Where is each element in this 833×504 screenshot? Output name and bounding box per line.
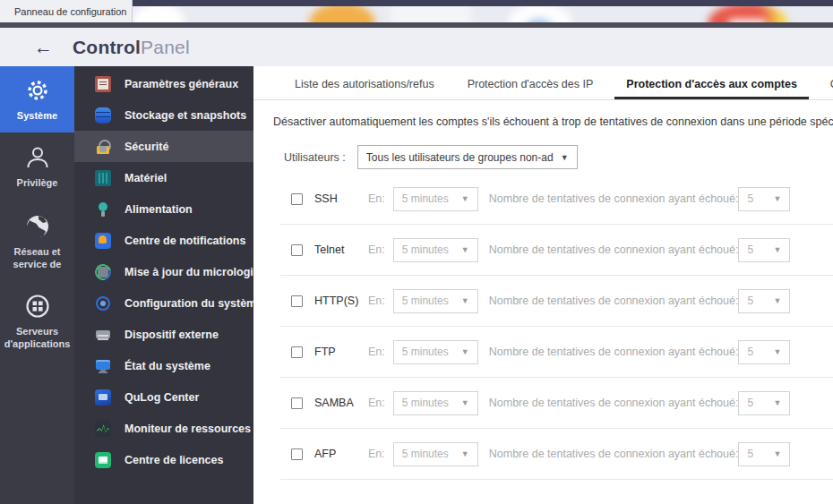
menu-item-qulog-center[interactable]: QuLog Center	[74, 381, 253, 413]
service-row-afp: AFP En: 5 minutes▼ Nombre de tentatives …	[280, 429, 833, 480]
service-name: AFP	[314, 448, 366, 460]
telnet-checkbox[interactable]	[291, 244, 303, 256]
en-label: En:	[368, 346, 385, 358]
menu-item-dispositif-externe[interactable]: Dispositif externe	[74, 319, 253, 350]
users-label: Utilisateurs :	[284, 151, 346, 164]
samba-checkbox[interactable]	[291, 397, 303, 409]
menu-item-securite[interactable]: Sécurité	[74, 131, 253, 162]
chevron-down-icon: ▼	[767, 296, 782, 305]
period-dropdown[interactable]: 5 minutes▼	[393, 391, 478, 415]
sidebar-item-reseau[interactable]: Réseau etservice de	[0, 201, 74, 283]
taskbar: Panneau de configuration	[0, 0, 833, 22]
main-content: Liste des autorisations/refus Protection…	[253, 66, 833, 504]
attempts-label: Nombre de tentatives de connexion ayant …	[489, 397, 739, 409]
chevron-down-icon: ▼	[454, 347, 469, 356]
period-dropdown[interactable]: 5 minutes▼	[393, 340, 478, 364]
service-row-ftp: FTP En: 5 minutes▼ Nombre de tentatives …	[280, 327, 833, 378]
service-row-telnet: Telnet En: 5 minutes▼ Nombre de tentativ…	[280, 225, 833, 276]
service-row-samba: SAMBA En: 5 minutes▼ Nombre de tentative…	[280, 378, 833, 429]
period-dropdown[interactable]: 5 minutes▼	[393, 289, 478, 313]
tab-protection-acces-ip[interactable]: Protection d'accès des IP	[468, 78, 594, 99]
attempts-label: Nombre de tentatives de connexion ayant …	[489, 192, 739, 205]
sidebar-item-serveurs[interactable]: Serveursd'applications	[0, 283, 74, 360]
sidebar-item-label: Réseau etservice de	[13, 246, 62, 271]
chevron-down-icon: ▼	[767, 449, 782, 458]
menu-item-configuration-systeme[interactable]: Configuration du système	[74, 287, 253, 319]
count-dropdown[interactable]: 5▼	[738, 187, 790, 211]
users-filter-row: Utilisateurs : Tous les utilisateurs de …	[253, 145, 833, 169]
hardware-icon	[95, 170, 111, 186]
chevron-down-icon: ▼	[454, 296, 469, 305]
menu-item-alimentation[interactable]: Alimentation	[74, 193, 253, 225]
clipboard-icon	[95, 76, 111, 92]
back-arrow-icon[interactable]: ←	[34, 38, 53, 56]
external-device-icon	[95, 327, 111, 343]
sidebar-item-privilege[interactable]: Privilège	[0, 132, 74, 201]
attempts-label: Nombre de tentatives de connexion ayant …	[489, 243, 739, 256]
chevron-down-icon: ▼	[767, 347, 782, 356]
chevron-down-icon: ▼	[454, 245, 469, 254]
count-dropdown[interactable]: 5▼	[738, 340, 790, 364]
count-dropdown[interactable]: 5▼	[738, 289, 790, 313]
tab-protection-acces-comptes[interactable]: Protection d'accès aux comptes	[626, 78, 797, 99]
menu-item-moniteur-ressources[interactable]: Moniteur de ressources	[74, 413, 253, 444]
https-checkbox[interactable]	[291, 295, 303, 307]
notification-icon	[95, 233, 111, 249]
menu-item-materiel[interactable]: Matériel	[74, 162, 253, 193]
power-icon	[95, 201, 111, 218]
ssh-checkbox[interactable]	[291, 193, 303, 205]
count-dropdown[interactable]: 5▼	[738, 238, 790, 262]
page-title-light: Panel	[141, 37, 190, 57]
en-label: En:	[368, 448, 385, 460]
tab-bar: Liste des autorisations/refus Protection…	[253, 66, 833, 100]
settings-menu: Paramètres généraux Stockage et snapshot…	[74, 66, 253, 504]
en-label: En:	[368, 397, 385, 409]
chevron-down-icon: ▼	[454, 194, 469, 203]
service-name: HTTP(S)	[314, 295, 366, 307]
firmware-update-icon	[95, 264, 111, 280]
taskbar-tab-label: Panneau de configuration	[14, 6, 126, 17]
chevron-down-icon: ▼	[767, 194, 782, 203]
storage-icon	[95, 107, 111, 124]
taskbar-tab-control-panel[interactable]: Panneau de configuration	[0, 0, 133, 22]
service-name: SSH	[314, 192, 366, 205]
period-dropdown[interactable]: 5 minutes▼	[393, 238, 478, 262]
globe-icon	[24, 213, 51, 240]
chevron-down-icon: ▼	[767, 245, 782, 254]
page-title: ControlPanel	[73, 37, 190, 58]
menu-item-parametres-generaux[interactable]: Paramètres généraux	[74, 68, 253, 99]
count-dropdown[interactable]: 5▼	[738, 442, 790, 466]
menu-item-stockage-snapshots[interactable]: Stockage et snapshots	[74, 99, 253, 131]
users-dropdown[interactable]: Tous les utilisateurs de groupes non-adm…	[357, 145, 578, 169]
description-text: Désactiver automatiquement les comptes s…	[253, 115, 833, 128]
tab-liste-autorisations-refus[interactable]: Liste des autorisations/refus	[295, 78, 434, 99]
menu-item-mise-a-jour-micrologiciel[interactable]: Mise à jour du micrologi...	[74, 256, 253, 287]
users-dropdown-value: Tous les utilisateurs de groupes non-adm	[366, 151, 554, 164]
attempts-label: Nombre de tentatives de connexion ayant …	[489, 448, 739, 460]
service-row-ssh: SSH En: 5 minutes▼ Nombre de tentatives …	[280, 174, 833, 225]
period-dropdown[interactable]: 5 minutes▼	[393, 442, 478, 466]
control-panel-window: Panneau de configuration ← ControlPanel …	[0, 0, 833, 504]
chevron-down-icon: ▼	[767, 398, 782, 407]
sidebar-item-systeme[interactable]: Système	[0, 66, 74, 132]
service-rows: SSH En: 5 minutes▼ Nombre de tentatives …	[280, 174, 833, 504]
resource-monitor-icon	[95, 421, 111, 437]
category-sidebar: Système Privilège Réseau etservice de Se…	[0, 66, 74, 504]
afp-checkbox[interactable]	[291, 448, 303, 460]
count-dropdown[interactable]: 5▼	[738, 391, 790, 415]
user-icon	[24, 144, 51, 171]
sidebar-item-label: Système	[17, 110, 57, 123]
service-name: FTP	[314, 346, 366, 358]
en-label: En:	[368, 295, 385, 307]
menu-item-centre-licences[interactable]: Centre de licences	[74, 444, 253, 475]
system-status-icon	[95, 358, 111, 374]
ftp-checkbox[interactable]	[291, 346, 303, 358]
chevron-down-icon: ▼	[454, 398, 469, 407]
service-name: SAMBA	[314, 397, 366, 409]
menu-item-centre-notifications[interactable]: Centre de notifications	[74, 225, 253, 256]
qulog-icon	[95, 389, 111, 406]
menu-item-etat-systeme[interactable]: État du système	[74, 350, 253, 381]
chevron-down-icon: ▼	[454, 449, 469, 458]
attempts-label: Nombre de tentatives de connexion ayant …	[489, 295, 739, 307]
period-dropdown[interactable]: 5 minutes▼	[393, 187, 478, 211]
